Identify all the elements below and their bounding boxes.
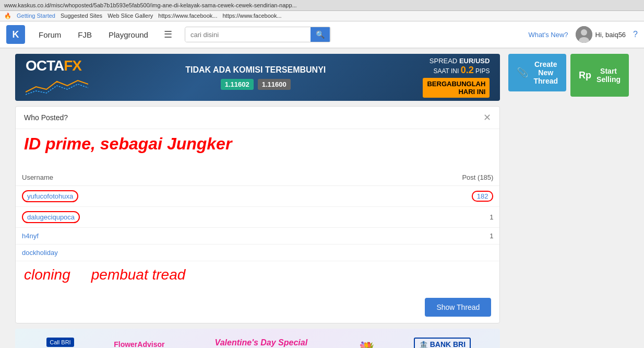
user-link-2[interactable]: dalugeciqupoca xyxy=(27,213,75,221)
user-cell: dalugeciqupoca xyxy=(16,207,314,228)
table-row: dalugeciqupoca 1 xyxy=(16,207,499,228)
show-thread-button[interactable]: Show Thread xyxy=(425,298,491,317)
url-bar: www.kaskus.co.id/misc/whoposted/5ab7b1b5… xyxy=(4,2,297,8)
table-row: h4nyf 1 xyxy=(16,228,499,245)
users-table: Username Post (185) yufucofotohuxa 182 xyxy=(16,169,499,261)
nav-playground[interactable]: Playground xyxy=(105,28,151,41)
post-count-cell-4 xyxy=(314,245,500,261)
bookmark-getting-started[interactable]: Getting Started xyxy=(17,13,55,19)
circled-username: yufucofotohuxa xyxy=(22,190,78,202)
pembuat-text: pembuat tread xyxy=(91,266,186,283)
annotation-bottom: cloning pembuat tread xyxy=(16,261,499,292)
start-selling-label: Start Selling xyxy=(597,67,621,84)
octafx-ad[interactable]: OCTAFX TIDAK ADA KOMISI TERSEMBUNYI 1.11… xyxy=(15,54,500,101)
left-column: OCTAFX TIDAK ADA KOMISI TERSEMBUNYI 1.11… xyxy=(15,54,500,348)
user-avatar-area[interactable]: Hi, baiq56 xyxy=(576,26,626,43)
cloning-text: cloning xyxy=(24,266,70,283)
user-cell-3: h4nyf xyxy=(16,228,314,245)
greeting-text: Hi, baiq56 xyxy=(595,31,626,39)
flowers-decoration: 💐 xyxy=(357,341,376,349)
bookmark-suggested[interactable]: Suggested Sites xyxy=(61,13,102,19)
bookmark-fb2[interactable]: https://www.facebook... xyxy=(222,13,281,19)
bookmark-1[interactable]: 🔥 xyxy=(4,13,11,19)
site-logo[interactable]: K xyxy=(6,25,25,44)
nav-bar: K Forum FJB Playground ☰ 🔍 What's New? H… xyxy=(0,21,644,49)
user-cell: yufucofotohuxa xyxy=(16,186,314,207)
start-selling-icon: Rp xyxy=(579,70,591,81)
bottom-ad-banner[interactable]: Call BRI 14017 FlowerAdvisor rumahparfum… xyxy=(15,329,500,348)
annotation-area: ID prime, sebagai Jungker xyxy=(16,129,499,169)
nav-right: What's New? Hi, baiq56 ? xyxy=(528,26,638,43)
search-button[interactable]: 🔍 xyxy=(311,27,330,42)
who-posted-panel: Who Posted? ✕ ID prime, sebagai Jungker … xyxy=(15,106,500,323)
circled-username-2: dalugeciqupoca xyxy=(22,211,80,223)
bookmark-web-slice[interactable]: Web Slice Gallery xyxy=(108,13,153,19)
user-cell-4: dockholiday xyxy=(16,245,314,261)
circled-count: 182 xyxy=(472,191,494,202)
svg-point-1 xyxy=(581,29,587,36)
close-button[interactable]: ✕ xyxy=(483,112,491,123)
octafx-logo: OCTAFX xyxy=(26,57,88,97)
bookmarks-bar: 🔥 Getting Started Suggested Sites Web Sl… xyxy=(0,11,644,21)
nav-fjb[interactable]: FJB xyxy=(75,28,95,41)
create-thread-button[interactable]: 📎 Create New Thread xyxy=(508,54,566,91)
main-content: OCTAFX TIDAK ADA KOMISI TERSEMBUNYI 1.11… xyxy=(9,49,635,348)
valentine-promo: Valentine's Day Special up to 50% DISCOU… xyxy=(202,338,320,348)
right-column: 📎 Create New Thread Rp Start Selling xyxy=(508,54,629,348)
flower-advisor: FlowerAdvisor rumahparfum e-Pay BRI xyxy=(114,340,164,349)
user-link-3[interactable]: h4nyf xyxy=(22,232,39,240)
bri-bank-logo: 🏦 BANK BRI e-Pay BRI xyxy=(414,338,471,348)
help-icon[interactable]: ? xyxy=(633,30,638,39)
bookmark-fb1[interactable]: https://www.facebook... xyxy=(158,13,217,19)
show-thread-area: Show Thread xyxy=(16,292,499,323)
hamburger-menu[interactable]: ☰ xyxy=(162,27,174,42)
action-buttons: 📎 Create New Thread Rp Start Selling xyxy=(508,54,629,97)
post-count-cell-3: 1 xyxy=(314,228,500,245)
post-count-cell: 182 xyxy=(314,186,500,207)
search-bar: 🔍 xyxy=(185,27,331,42)
create-thread-icon: 📎 xyxy=(517,67,528,78)
panel-header: Who Posted? ✕ xyxy=(16,107,499,129)
bri-call: Call BRI 14017 xyxy=(44,338,76,348)
bottom-ad-content: Call BRI 14017 FlowerAdvisor rumahparfum… xyxy=(15,338,500,348)
avatar xyxy=(576,26,592,43)
col-post-header: Post (185) xyxy=(314,169,500,186)
whats-new-link[interactable]: What's New? xyxy=(528,31,568,39)
create-thread-label: Create New Thread xyxy=(533,60,558,85)
nav-forum[interactable]: Forum xyxy=(35,28,64,41)
post-count-cell-2: 1 xyxy=(314,207,500,228)
table-row: yufucofotohuxa 182 xyxy=(16,186,499,207)
start-selling-button[interactable]: Rp Start Selling xyxy=(570,54,629,97)
col-username-header: Username xyxy=(16,169,314,186)
user-link[interactable]: yufucofotohuxa xyxy=(27,192,73,200)
search-input[interactable] xyxy=(185,28,311,42)
annotation-main-text: ID prime, sebagai Jungker xyxy=(24,134,491,154)
octafx-spread: SPREAD EUR/USD SAAT INI 0.2 PIPS BERGABU… xyxy=(423,57,490,98)
table-row: dockholiday xyxy=(16,245,499,261)
octafx-tagline: TIDAK ADA KOMISI TERSEMBUNYI 1.11602 1.1… xyxy=(185,65,326,90)
panel-title: Who Posted? xyxy=(24,113,68,122)
user-link-4[interactable]: dockholiday xyxy=(22,249,58,257)
browser-bar: www.kaskus.co.id/misc/whoposted/5ab7b1b5… xyxy=(0,0,644,11)
